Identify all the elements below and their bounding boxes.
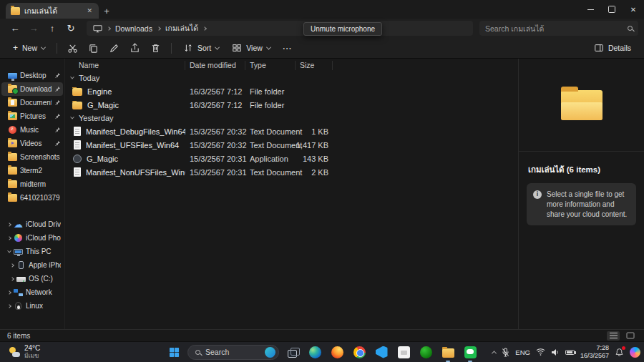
group-header-today[interactable]: Today — [65, 72, 518, 84]
clock[interactable]: 7:28 16/3/2567 — [580, 344, 609, 360]
task-view-button[interactable] — [284, 342, 301, 362]
column-header-size[interactable]: Size — [296, 61, 333, 70]
copy-icon — [88, 43, 99, 54]
close-button[interactable]: ✕ — [623, 0, 644, 19]
sidebar-item-downloads[interactable]: Downloads — [1, 82, 63, 96]
file-row[interactable]: Manifest_DebugFiles_Win64 15/3/2567 20:3… — [65, 124, 518, 138]
file-row[interactable]: Engine 16/3/2567 7:12 File folder — [65, 84, 518, 98]
chevron-down-icon — [41, 44, 46, 49]
sidebar-item-icloud-drive[interactable]: ☁ iCloud Drive — [1, 217, 63, 231]
sidebar-item-documents[interactable]: Documents — [1, 96, 63, 109]
share-button[interactable] — [125, 39, 145, 57]
screen: เกมเล่นได้ ✕ + ✕ ← → ↑ ↻ Downloads — [0, 0, 644, 362]
folder-preview-icon — [561, 90, 602, 120]
chevron-right-icon[interactable] — [7, 290, 11, 295]
ellipsis-icon: ⋯ — [282, 43, 292, 54]
details-pane-button[interactable]: Details — [588, 39, 637, 57]
wifi-button[interactable] — [536, 348, 545, 356]
chrome-button[interactable] — [351, 342, 368, 362]
copilot-button[interactable] — [630, 347, 640, 358]
view-button-label: View — [246, 44, 263, 52]
sidebar-item-label: Linux — [26, 302, 61, 310]
weather-widget[interactable]: 24°C มีเมฆ — [4, 342, 44, 362]
start-button[interactable] — [165, 342, 182, 362]
forward-button[interactable]: → — [24, 21, 43, 36]
file-row[interactable]: Manifest_NonUFSFiles_Win64 15/3/2567 20:… — [65, 165, 518, 179]
more-options-button[interactable]: ⋯ — [278, 39, 297, 57]
cut-button[interactable] — [63, 39, 82, 57]
refresh-button[interactable]: ↻ — [62, 21, 80, 36]
volume-button[interactable] — [551, 348, 560, 356]
details-view-toggle[interactable] — [607, 331, 620, 341]
sidebar-item-icloud-photos[interactable]: iCloud Photos — [1, 231, 63, 245]
file-explorer-button[interactable] — [439, 342, 457, 362]
sidebar-item-os-c[interactable]: OS (C:) — [1, 272, 63, 285]
notifications-button[interactable] — [615, 348, 624, 357]
hidden-icons-button[interactable] — [492, 351, 496, 354]
chevron-right-icon[interactable] — [10, 277, 14, 281]
delete-button[interactable] — [146, 39, 165, 57]
group-header-yesterday[interactable]: Yesterday — [65, 112, 518, 124]
toolbar-divider — [171, 43, 172, 54]
explorer-tab[interactable]: เกมเล่นได้ ✕ — [6, 3, 99, 19]
new-button[interactable]: + New — [7, 39, 51, 57]
sidebar-item-network[interactable]: Network — [1, 285, 63, 299]
sidebar-item-apple-iphone[interactable]: Apple iPhone — [1, 258, 63, 272]
sidebar-item-6410210379[interactable]: 6410210379 — [1, 191, 63, 205]
tab-close-icon[interactable]: ✕ — [85, 7, 94, 14]
system-tray: ENG 7:28 16/3/2567 — [492, 342, 640, 362]
language-indicator[interactable]: ENG — [515, 348, 530, 356]
breadcrumb-current-folder[interactable]: เกมเล่นได้ — [165, 22, 198, 34]
column-header-type[interactable]: Type — [245, 61, 296, 70]
column-header-name[interactable]: Name — [65, 61, 185, 70]
edge-button[interactable] — [306, 342, 323, 362]
file-row[interactable]: G_Magic 16/3/2567 7:12 File folder — [65, 98, 518, 112]
view-button[interactable]: View — [226, 39, 276, 57]
messaging-app-button[interactable] — [462, 342, 479, 362]
chevron-down-icon[interactable] — [7, 248, 11, 253]
tab-folder-icon — [11, 7, 20, 15]
sidebar-item-desktop[interactable]: Desktop — [1, 69, 63, 82]
firefox-button[interactable] — [328, 342, 346, 362]
store-button[interactable] — [395, 342, 412, 362]
xbox-button[interactable] — [417, 342, 434, 362]
search-input[interactable] — [485, 24, 628, 33]
rename-button[interactable] — [104, 39, 124, 57]
copy-button[interactable] — [84, 39, 103, 57]
chevron-right-icon[interactable] — [7, 304, 11, 308]
file-row[interactable]: G_Magic 15/3/2567 20:31 Application 143 … — [65, 152, 518, 165]
large-icons-view-toggle[interactable] — [624, 331, 637, 341]
sidebar-item-midterm[interactable]: midterm — [1, 177, 63, 191]
tooltip-unmute-microphone: Unmute microphone — [303, 22, 382, 36]
address-bar[interactable]: Downloads เกมเล่นได้ — [87, 21, 473, 36]
sidebar-item-pictures[interactable]: Pictures — [1, 109, 63, 123]
sidebar-item-3term2[interactable]: 3term2 — [1, 164, 63, 177]
file-row[interactable]: Manifest_UFSFiles_Win64 15/3/2567 20:32 … — [65, 138, 518, 152]
battery-button[interactable] — [565, 350, 575, 355]
chevron-right-icon[interactable] — [7, 236, 11, 240]
up-button[interactable]: ↑ — [43, 21, 62, 36]
vscode-button[interactable] — [373, 342, 390, 362]
sidebar-item-this-pc[interactable]: This PC — [1, 245, 63, 258]
details-view-icon — [609, 332, 618, 339]
file-name: G_Magic — [87, 155, 118, 163]
maximize-button[interactable] — [601, 0, 623, 19]
microphone-muted-button[interactable] — [502, 348, 509, 357]
chevron-right-icon[interactable] — [10, 263, 14, 268]
sidebar-item-videos[interactable]: Videos — [1, 137, 63, 150]
search-box[interactable] — [479, 21, 638, 36]
breadcrumb-downloads[interactable]: Downloads — [115, 24, 152, 33]
new-tab-button[interactable]: + — [99, 3, 114, 19]
sidebar-item-screenshots[interactable]: Screenshots — [1, 150, 63, 164]
sort-button[interactable]: Sort — [177, 39, 225, 57]
column-header-date-modified[interactable]: Date modified — [185, 61, 245, 70]
taskbar-search[interactable]: Search — [187, 345, 279, 360]
sidebar-item-linux[interactable]: Linux — [1, 299, 63, 313]
minimize-button[interactable] — [580, 0, 601, 19]
folder-icon — [8, 167, 17, 175]
chevron-right-icon[interactable] — [7, 222, 11, 227]
navigation-pane: Desktop Downloads Documents Pictures — [0, 59, 64, 329]
file-type: Application — [245, 155, 296, 163]
sidebar-item-music[interactable]: Music — [1, 123, 63, 137]
back-button[interactable]: ← — [6, 21, 24, 36]
